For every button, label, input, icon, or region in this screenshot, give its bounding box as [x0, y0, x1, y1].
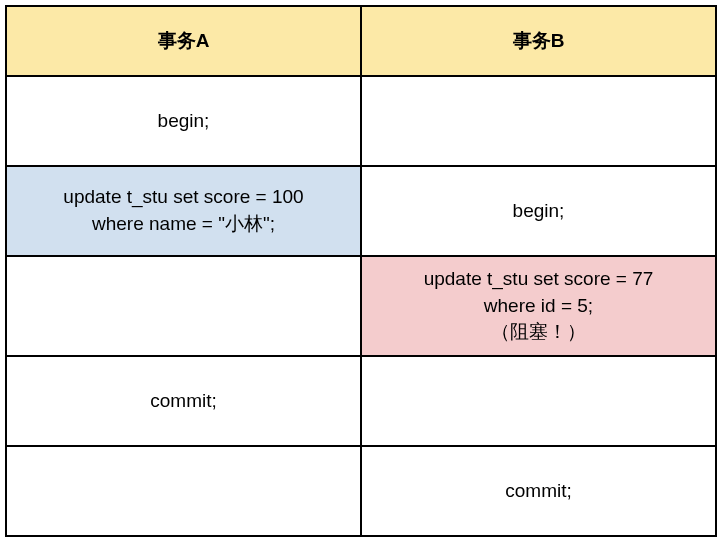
table-row: update t_stu set score = 100where name =… — [6, 166, 716, 256]
table-row: commit; — [6, 356, 716, 446]
cell-a-2 — [6, 256, 361, 356]
cell-a-4 — [6, 446, 361, 536]
transaction-diagram-table: 事务A 事务B begin; update t_stu set score = … — [5, 5, 717, 537]
cell-a-0: begin; — [6, 76, 361, 166]
update-statement-b-blocked: update t_stu set score = 77where id = 5;… — [424, 268, 654, 342]
header-row: 事务A 事务B — [6, 6, 716, 76]
table-row: update t_stu set score = 77where id = 5;… — [6, 256, 716, 356]
update-statement-a: update t_stu set score = 100where name =… — [63, 186, 303, 234]
table-row: begin; — [6, 76, 716, 166]
header-transaction-b: 事务B — [361, 6, 716, 76]
cell-b-0 — [361, 76, 716, 166]
cell-a-1: update t_stu set score = 100where name =… — [6, 166, 361, 256]
cell-b-4: commit; — [361, 446, 716, 536]
cell-a-3: commit; — [6, 356, 361, 446]
cell-b-3 — [361, 356, 716, 446]
cell-b-2: update t_stu set score = 77where id = 5;… — [361, 256, 716, 356]
table-row: commit; — [6, 446, 716, 536]
header-transaction-a: 事务A — [6, 6, 361, 76]
cell-b-1: begin; — [361, 166, 716, 256]
